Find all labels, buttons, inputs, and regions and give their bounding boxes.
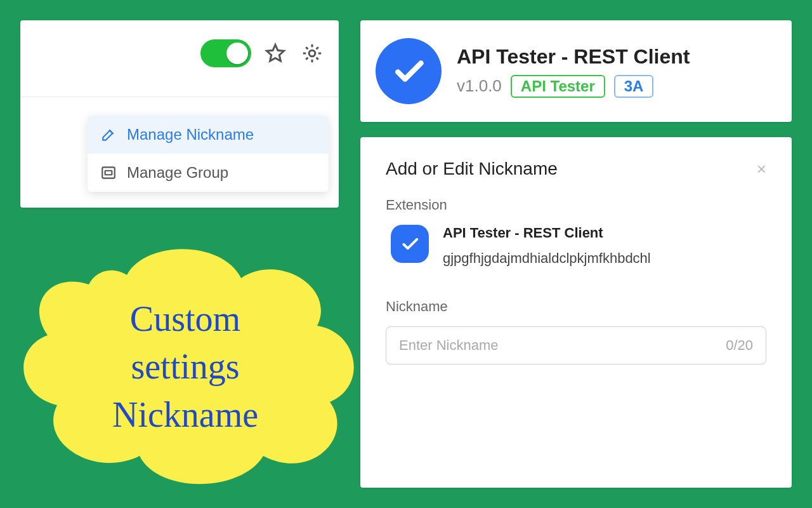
star-icon xyxy=(264,42,287,65)
toggle-knob xyxy=(226,43,248,64)
dialog-title: Add or Edit Nickname xyxy=(386,159,558,179)
char-counter: 0/20 xyxy=(726,337,753,354)
svg-rect-2 xyxy=(105,171,112,175)
svg-point-0 xyxy=(309,50,315,57)
menu-item-manage-nickname[interactable]: Manage Nickname xyxy=(88,116,329,154)
menu-item-label: Manage Nickname xyxy=(127,126,254,144)
menu-item-label: Manage Group xyxy=(127,164,228,182)
nickname-field[interactable]: 0/20 xyxy=(386,326,766,364)
favorite-button[interactable] xyxy=(263,41,288,66)
extension-title: API Tester - REST Client xyxy=(457,45,690,69)
enable-toggle[interactable] xyxy=(200,39,251,67)
close-icon: × xyxy=(757,159,766,178)
check-icon xyxy=(400,234,420,254)
toolbar xyxy=(200,39,325,67)
gear-icon xyxy=(301,42,324,65)
svg-rect-1 xyxy=(102,167,115,178)
extension-logo xyxy=(376,38,442,104)
close-button[interactable]: × xyxy=(757,161,766,177)
extension-logo-small xyxy=(391,225,429,263)
settings-dropdown: Manage Nickname Manage Group xyxy=(88,116,329,192)
settings-button[interactable] xyxy=(299,41,325,66)
extension-name: API Tester - REST Client xyxy=(443,225,651,241)
group-icon xyxy=(100,164,117,181)
nickname-input[interactable] xyxy=(399,337,718,354)
callout-cloud: Custom settings Nickname xyxy=(13,227,358,494)
badge-api-tester: API Tester xyxy=(511,75,605,98)
extension-meta-row: v1.0.0 API Tester 3A xyxy=(457,75,690,98)
menu-item-manage-group[interactable]: Manage Group xyxy=(88,154,329,192)
callout-text: Custom settings Nickname xyxy=(13,227,358,494)
section-label-nickname: Nickname xyxy=(386,298,766,315)
dialog-header: Add or Edit Nickname × xyxy=(386,159,766,179)
badge-3a: 3A xyxy=(614,75,654,98)
settings-toolbar-card: Manage Nickname Manage Group xyxy=(20,20,339,208)
extension-version: v1.0.0 xyxy=(457,76,502,96)
extension-header-info: API Tester - REST Client v1.0.0 API Test… xyxy=(457,45,690,98)
extension-header-card: API Tester - REST Client v1.0.0 API Test… xyxy=(360,20,792,122)
divider xyxy=(20,97,339,97)
edit-icon xyxy=(100,126,117,143)
extension-row: API Tester - REST Client gjpgfhjgdajmdhi… xyxy=(386,225,766,267)
extension-id: gjpgfhjgdajmdhialdclpkjmfkhbdchl xyxy=(443,250,651,267)
check-icon xyxy=(391,53,426,89)
section-label-extension: Extension xyxy=(386,197,766,213)
nickname-dialog: Add or Edit Nickname × Extension API Tes… xyxy=(360,137,792,488)
extension-info: API Tester - REST Client gjpgfhjgdajmdhi… xyxy=(443,225,651,267)
